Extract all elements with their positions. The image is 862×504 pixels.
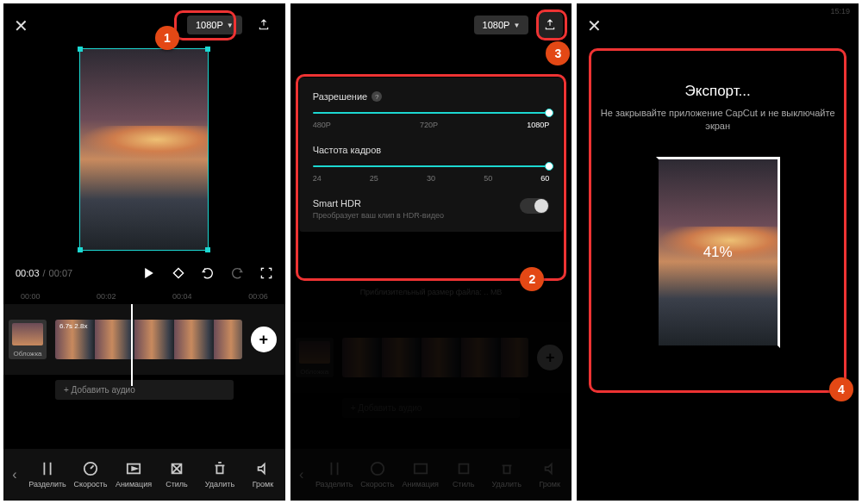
- redo-icon[interactable]: [230, 266, 244, 280]
- play-icon[interactable]: [142, 266, 156, 280]
- playhead[interactable]: [131, 304, 133, 386]
- add-audio-button[interactable]: + Добавить аудио: [55, 380, 234, 400]
- timeline-ruler: 00:0000:0200:0400:06: [3, 287, 285, 302]
- hdr-toggle[interactable]: [520, 198, 549, 214]
- clip-info: 6.7s 2.8x: [59, 322, 87, 330]
- back-icon[interactable]: ‹: [3, 467, 26, 482]
- export-button[interactable]: [537, 12, 563, 38]
- cover-button: Обложка: [296, 338, 334, 377]
- resolution-value: 1080P: [196, 20, 223, 30]
- resolution-button[interactable]: 1080P ▼: [474, 16, 529, 34]
- bottom-toolbar: ‹ Разделить Скорость Анимация Стиль Удал…: [290, 449, 572, 501]
- export-thumbnail: 41%: [659, 159, 778, 345]
- badge-4: 4: [829, 377, 853, 401]
- hdr-subtitle: Преобразует ваш клип в HDR-видео: [313, 211, 444, 220]
- topbar: 1080P ▼: [290, 3, 572, 48]
- tool-style[interactable]: Стиль: [155, 461, 198, 488]
- screen-export-settings: 1080P ▼ 3 Приблизительный размер файла: …: [290, 3, 572, 501]
- help-icon[interactable]: ?: [372, 91, 382, 102]
- bottom-toolbar: ‹ Разделить Скорость Анимация Стиль Удал…: [3, 449, 285, 501]
- upload-icon: [543, 18, 557, 32]
- fps-label: Частота кадров: [313, 145, 550, 155]
- resolution-label: Разрешение ?: [313, 91, 550, 102]
- chevron-down-icon: ▼: [513, 22, 520, 29]
- badge-1: 1: [155, 26, 179, 50]
- tool-speed[interactable]: Скорость: [69, 461, 112, 488]
- topbar: ✕ 1080P ▼: [3, 3, 285, 48]
- svg-point-2: [371, 463, 383, 475]
- player-bar: 00:03 / 00:07: [3, 259, 285, 287]
- screen-editor: ✕ 1080P ▼ 1 00:03 / 00:07 00:0000:0200:0…: [3, 3, 285, 501]
- tool-delete[interactable]: Удалить: [198, 461, 241, 488]
- undo-icon[interactable]: [201, 266, 215, 280]
- tool-animation[interactable]: Анимация: [112, 461, 155, 488]
- close-icon[interactable]: ✕: [14, 18, 29, 34]
- close-icon[interactable]: ✕: [587, 18, 603, 34]
- fps-slider[interactable]: [313, 165, 550, 167]
- cover-button[interactable]: Обложка: [9, 320, 47, 359]
- video-clip[interactable]: 6.7s 2.8x: [55, 320, 242, 359]
- resolution-slider[interactable]: [313, 112, 550, 114]
- time-total: 00:07: [49, 268, 73, 278]
- tool-volume[interactable]: Громк: [241, 461, 284, 488]
- video-preview[interactable]: [79, 48, 209, 251]
- badge-3: 3: [546, 41, 570, 65]
- fps-ticks: 2425305060: [313, 174, 550, 183]
- export-settings-panel: Разрешение ? 480P720P1080P Частота кадро…: [299, 78, 564, 232]
- upload-icon: [257, 18, 271, 32]
- keyframe-icon[interactable]: [172, 266, 185, 280]
- resolution-ticks: 480P720P1080P: [313, 121, 550, 129]
- add-clip-button[interactable]: +: [251, 327, 277, 352]
- resolution-button[interactable]: 1080P ▼: [187, 16, 242, 34]
- chevron-down-icon: ▼: [227, 22, 234, 29]
- add-audio-button: + Добавить аудио: [342, 398, 521, 418]
- export-button[interactable]: [251, 12, 277, 38]
- video-clip: [342, 338, 529, 377]
- time-current: 00:03: [16, 268, 40, 278]
- fullscreen-icon[interactable]: [259, 266, 273, 280]
- svg-rect-3: [414, 464, 426, 474]
- export-title: Экспорт...: [577, 83, 859, 100]
- timeline[interactable]: Обложка 6.7s 2.8x +: [3, 304, 285, 375]
- progress-percent: 41%: [659, 159, 778, 345]
- screen-exporting: 15:19 ✕ Экспорт... Не закрывайте приложе…: [577, 3, 859, 501]
- tool-split[interactable]: Разделить: [26, 461, 69, 488]
- hdr-title: Smart HDR: [313, 198, 444, 208]
- timeline: Обложка +: [290, 322, 572, 393]
- add-clip-button: +: [537, 345, 563, 370]
- export-subtitle: Не закрывайте приложение CapCut и не вык…: [577, 107, 859, 134]
